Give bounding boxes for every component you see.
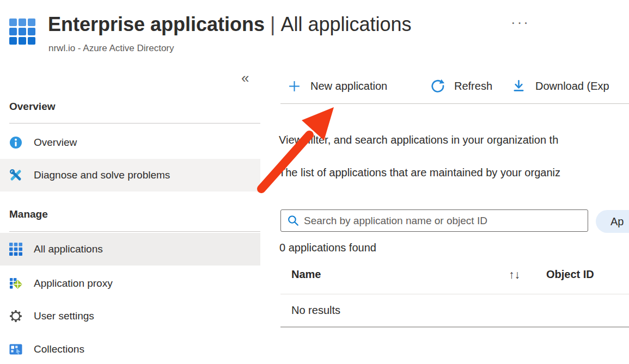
sidebar-item-diagnose-and-solve-problems[interactable]: Diagnose and solve problems	[0, 159, 260, 192]
refresh-label: Refresh	[454, 80, 492, 92]
enterprise-applications-page: Enterprise applications|All applications…	[0, 0, 629, 364]
sidebar-item-collections[interactable]: Collections	[0, 333, 260, 364]
new-application-label: New application	[310, 80, 387, 92]
download-icon	[511, 79, 526, 94]
gear-icon	[9, 310, 22, 323]
sidebar-divider	[9, 123, 260, 124]
all-applications-grid-icon	[9, 243, 22, 256]
empty-results-text: No results	[291, 304, 340, 317]
application-proxy-icon	[9, 277, 22, 290]
title-separator: |	[265, 13, 280, 35]
sidebar-item-label: Diagnose and solve problems	[34, 169, 170, 181]
sidebar-collapse-icon[interactable]: «	[241, 70, 249, 87]
sidebar-item-label: User settings	[34, 310, 94, 322]
page-title-section: All applications	[280, 13, 411, 35]
collections-icon	[9, 343, 22, 356]
download-export-button[interactable]: Download (Exp	[511, 77, 609, 95]
sidebar-item-label: Overview	[34, 137, 77, 149]
sidebar-item-overview[interactable]: Overview	[0, 126, 260, 159]
sidebar-item-application-proxy[interactable]: Application proxy	[0, 267, 260, 300]
diagnose-icon	[9, 169, 22, 182]
description-line-2: The list of applications that are mainta…	[279, 166, 560, 179]
sidebar-item-user-settings[interactable]: User settings	[0, 300, 260, 332]
sidebar-section-manage: Manage	[9, 208, 48, 220]
plus-icon	[288, 79, 301, 93]
directory-subtitle: nrwl.io - Azure Active Directory	[48, 43, 174, 54]
page-title-app: Enterprise applications	[48, 13, 265, 35]
page-title: Enterprise applications|All applications	[48, 13, 412, 36]
refresh-button[interactable]: Refresh	[430, 77, 492, 95]
sidebar-item-all-applications[interactable]: All applications	[0, 233, 260, 266]
more-menu-icon[interactable]: ···	[511, 14, 530, 31]
table-header-divider	[280, 294, 629, 294]
search-input[interactable]	[280, 209, 588, 232]
sidebar-item-label: Application proxy	[34, 277, 113, 289]
application-type-filter-pill[interactable]: Ap	[596, 210, 629, 233]
sidebar-item-label: Collections	[34, 343, 84, 355]
info-icon	[9, 136, 22, 149]
filter-pill-label: Ap	[610, 215, 624, 228]
application-search	[280, 209, 588, 232]
sidebar-item-label: All applications	[34, 243, 103, 255]
results-count: 0 applications found	[279, 242, 376, 254]
new-application-button[interactable]: New application	[288, 77, 387, 95]
column-header-name[interactable]: Name	[291, 268, 321, 281]
toolbar-divider	[280, 103, 629, 104]
description-line-1: View, filter, and search applications in…	[279, 134, 558, 146]
download-label: Download (Exp	[535, 80, 609, 92]
column-header-object-id[interactable]: Object ID	[546, 268, 594, 281]
table-bottom-divider	[280, 326, 629, 328]
refresh-icon	[430, 79, 445, 94]
sidebar-section-overview: Overview	[9, 101, 56, 113]
enterprise-applications-icon	[9, 18, 35, 45]
sidebar-divider	[9, 231, 260, 232]
sort-icon[interactable]: ↑↓	[509, 268, 520, 281]
